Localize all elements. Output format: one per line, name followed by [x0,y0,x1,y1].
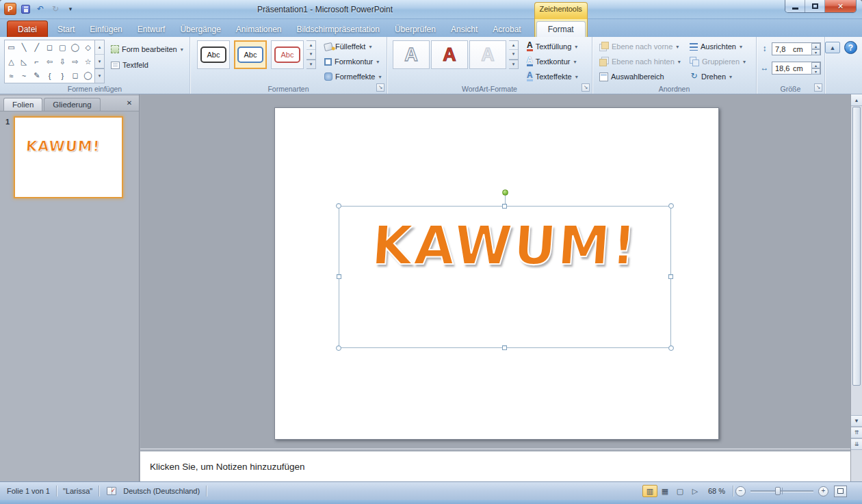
resize-handle-n[interactable] [502,204,507,209]
minimize-button[interactable] [785,0,805,12]
tab-ansicht[interactable]: Ansicht [443,22,485,37]
shape-icon[interactable]: } [56,68,69,83]
view-normal-button[interactable]: ▥ [642,485,657,497]
align-button[interactable]: Ausrichten ▾ [687,40,745,53]
scroll-down-button[interactable]: ▼ [851,415,862,427]
shape-width-field[interactable]: cm ▴ ▾ [772,62,821,75]
shape-height-input[interactable] [775,45,793,53]
tab-outline[interactable]: Gliederung [44,98,100,111]
wordart-selection-box[interactable]: KAWUM! [339,206,671,348]
shape-icon[interactable]: ◇ [81,40,94,55]
shape-icon[interactable]: ⇩ [56,55,69,69]
gallery-more-button[interactable]: ▾ [509,59,518,68]
gallery-down-button[interactable]: ▾ [509,50,518,59]
maximize-button[interactable] [805,0,825,12]
zoom-slider-thumb[interactable] [775,487,781,495]
tab-übergänge[interactable]: Übergänge [172,22,228,37]
stepper-down-button[interactable]: ▾ [811,68,820,75]
gallery-up-button[interactable]: ▴ [306,41,315,50]
shape-effects-button[interactable]: Formeffekte ▾ [322,70,384,83]
tab-entwurf[interactable]: Entwurf [130,22,173,37]
spellcheck-icon[interactable] [107,487,116,495]
tab-datei[interactable]: Datei [7,21,48,37]
tab-überprüfen[interactable]: Überprüfen [387,22,443,37]
qat-customize-button[interactable]: ▾ [64,3,77,15]
gallery-up-button[interactable]: ▴ [95,40,104,55]
resize-handle-e[interactable] [668,274,673,279]
shape-icon[interactable]: ▢ [56,40,69,55]
text-fill-button[interactable]: A Textfüllung ▾ [524,40,580,53]
bring-forward-button[interactable]: Ebene nach vorne ▾ [597,40,681,53]
shape-icon[interactable]: { [43,68,56,83]
shape-icon[interactable]: ~ [18,68,31,83]
gallery-up-button[interactable]: ▴ [509,41,518,50]
wordart-text[interactable]: KAWUM! [337,214,672,277]
shape-style-preview-1[interactable]: Abc [197,40,230,69]
rotate-handle[interactable] [502,189,508,196]
zoom-level[interactable]: 68 % [703,487,731,495]
shape-style-preview-2[interactable]: Abc [234,40,267,69]
rotate-button[interactable]: ↻ Drehen ▾ [687,70,735,83]
tab-slides[interactable]: Folien [3,98,42,111]
shape-outline-button[interactable]: Formkontur ▾ [322,55,382,68]
resize-handle-w[interactable] [337,274,341,279]
shape-icon[interactable]: ⌐ [30,55,43,69]
next-slide-button[interactable]: ⇊ [851,438,862,450]
shape-icon[interactable]: ◻ [69,68,82,83]
wordart-preview-1[interactable]: A [393,40,430,69]
stepper-up-button[interactable]: ▴ [811,62,820,68]
stepper-down-button[interactable]: ▾ [811,49,820,55]
language-indicator[interactable]: Deutsch (Deutschland) [119,487,204,495]
panel-close-button[interactable]: ✕ [124,98,135,108]
shape-width-input[interactable] [775,64,793,72]
scroll-up-button[interactable]: ▲ [851,94,862,106]
shape-icon[interactable]: ◺ [18,55,31,69]
slide-thumbnail[interactable]: KAWUM! [14,116,123,198]
zoom-in-button[interactable]: + [818,486,828,496]
text-effects-button[interactable]: A Texteffekte ▾ [524,70,581,83]
edit-shape-button[interactable]: Form bearbeiten ▾ [108,42,186,56]
shape-icon[interactable]: ⇨ [69,55,82,69]
help-button[interactable]: ? [844,41,857,54]
save-button[interactable] [19,3,31,15]
shape-icon[interactable]: ⇦ [43,55,56,69]
text-outline-button[interactable]: A Textkontur ▾ [524,55,579,68]
gallery-more-button[interactable]: ▾ [306,59,315,68]
shape-icon[interactable]: ☆ [81,55,94,69]
zoom-out-button[interactable]: − [735,486,746,496]
tab-format[interactable]: Format [536,21,586,37]
minimize-ribbon-button[interactable]: ▲ [825,42,840,53]
stepper-up-button[interactable]: ▴ [811,43,820,49]
slide-canvas[interactable]: KAWUM! [274,107,719,440]
tab-start[interactable]: Start [50,22,82,37]
resize-handle-s[interactable] [502,345,507,350]
view-reading-button[interactable]: ▢ [672,485,688,497]
gallery-down-button[interactable]: ▾ [306,50,315,59]
tab-bildschirmpräsentation[interactable]: Bildschirmpräsentation [289,22,387,37]
undo-button[interactable]: ↶ [34,3,47,15]
shape-icon[interactable]: ╲ [18,40,31,55]
gallery-down-button[interactable]: ▾ [95,55,104,69]
resize-handle-se[interactable] [668,345,674,351]
view-slideshow-button[interactable]: ▷ [688,485,703,497]
powerpoint-logo-icon[interactable]: P [4,3,16,15]
resize-handle-nw[interactable] [336,203,341,209]
shape-icon[interactable]: ╱ [30,40,43,55]
tab-acrobat[interactable]: Acrobat [485,22,528,37]
close-button[interactable]: ✕ [825,0,856,12]
shape-icon[interactable]: ✎ [30,68,43,83]
wordart-preview-2[interactable]: A [431,40,468,69]
shape-icon[interactable]: ◯ [69,40,82,55]
selection-pane-button[interactable]: Auswahlbereich [597,70,667,83]
textbox-button[interactable]: Textfeld [108,58,151,72]
shape-icon[interactable]: ▭ [5,40,18,55]
scrollbar-thumb[interactable] [852,107,861,386]
tab-einfügen[interactable]: Einfügen [82,22,129,37]
shape-style-preview-3[interactable]: Abc [271,40,304,69]
notes-pane[interactable]: Klicken Sie, um Notizen hinzuzufügen [140,451,850,481]
resize-handle-ne[interactable] [668,203,674,209]
shape-icon[interactable]: ◻ [43,40,56,55]
scrollbar-track[interactable] [851,386,862,415]
shape-height-field[interactable]: cm ▴ ▾ [772,42,821,55]
group-objects-button[interactable]: Gruppieren ▾ [687,55,748,68]
